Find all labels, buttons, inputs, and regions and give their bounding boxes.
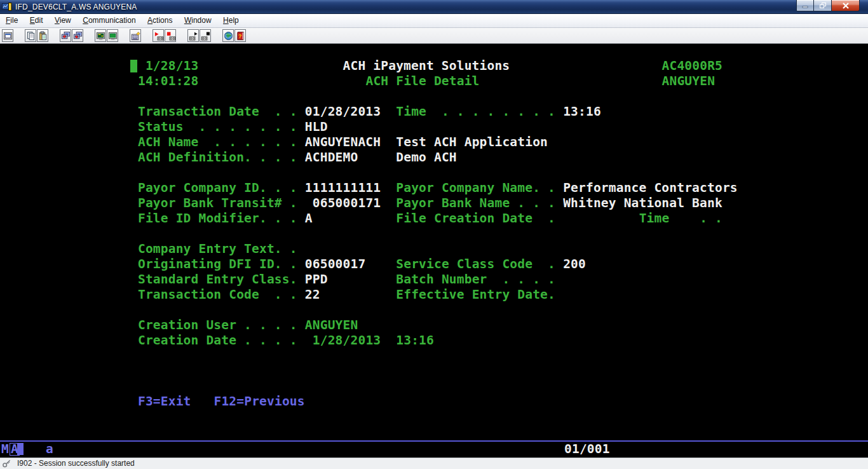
minimize-button[interactable] bbox=[796, 0, 814, 11]
terminal-text: A bbox=[305, 211, 313, 226]
restore-icon bbox=[819, 2, 827, 9]
status-message: I902 - Session successfully started bbox=[17, 458, 135, 469]
terminal-text: Effective Entry Date. bbox=[396, 287, 555, 302]
terminal-screen[interactable]: 1/28/13ACH iPayment SolutionsAC4000R514:… bbox=[0, 44, 868, 458]
window-controls bbox=[796, 0, 860, 11]
emulator-window: IFD_DEV6CLT_A.WS ANGUYENA File Edit View… bbox=[0, 0, 868, 469]
terminal-text: Transaction Code . . bbox=[138, 287, 297, 302]
multiple-sessions-icon bbox=[108, 31, 118, 41]
terminal-text: PPD bbox=[305, 272, 328, 287]
terminal-text: Standard Entry Class. bbox=[138, 272, 297, 287]
help-button[interactable]: ? bbox=[234, 29, 246, 42]
menu-item-edit[interactable]: Edit bbox=[25, 14, 48, 27]
jump-to-session-icon bbox=[3, 31, 13, 41]
receive-file-button[interactable] bbox=[72, 29, 83, 42]
terminal-text: Test ACH Application bbox=[396, 135, 548, 150]
connection-key-icon bbox=[2, 459, 11, 468]
receive-file-icon bbox=[73, 31, 83, 41]
restore-button[interactable] bbox=[814, 0, 832, 11]
terminal-text: Service Class Code . bbox=[396, 257, 555, 272]
send-file-icon bbox=[61, 31, 71, 41]
play-macro-button[interactable] bbox=[187, 29, 199, 42]
keyboard-setup-button[interactable] bbox=[130, 29, 141, 42]
session-app-icon bbox=[2, 2, 12, 12]
terminal-text: 065000171 bbox=[313, 196, 381, 211]
terminal-text: Payor Company ID. . . bbox=[138, 180, 297, 196]
terminal-text: 13:16 bbox=[563, 104, 601, 119]
terminal-text: 22 bbox=[305, 287, 320, 302]
paste-button[interactable] bbox=[37, 29, 48, 42]
toolbar: ? bbox=[0, 28, 868, 44]
menu-item-file[interactable]: File bbox=[1, 14, 22, 27]
terminal-text: Status . . . . . . . bbox=[138, 119, 297, 135]
oia-cursor-position: 01/001 bbox=[564, 442, 610, 456]
menu-item-actions[interactable]: Actions bbox=[143, 14, 177, 27]
stop-macro-button[interactable] bbox=[200, 29, 211, 42]
terminal-text: Originating DFI ID. . bbox=[138, 257, 297, 272]
terminal-text: ACH iPayment Solutions bbox=[343, 58, 510, 74]
display-setup-button[interactable] bbox=[95, 29, 106, 42]
terminal-text: Payor Bank Name . . . bbox=[396, 196, 555, 211]
status-bar: I902 - Session successfully started bbox=[0, 458, 868, 469]
svg-text:?: ? bbox=[238, 32, 241, 39]
display-setup-icon bbox=[96, 31, 105, 41]
terminal-text: ACH File Detail bbox=[365, 74, 479, 89]
terminal-text: 01/28/2013 bbox=[305, 104, 381, 119]
oia-input-block bbox=[17, 443, 24, 455]
web-browser-button[interactable] bbox=[222, 29, 234, 42]
keyboard-setup-icon bbox=[131, 31, 140, 41]
menu-item-help[interactable]: Help bbox=[219, 14, 243, 27]
copy-button[interactable] bbox=[25, 29, 36, 42]
terminal-text: F3=Exit bbox=[138, 394, 191, 409]
terminal-text: File ID Modifier. . . bbox=[138, 211, 297, 226]
stop-macro-icon bbox=[201, 31, 210, 41]
play-macro-icon bbox=[189, 31, 198, 41]
title-bar[interactable]: IFD_DEV6CLT_A.WS ANGUYENA bbox=[0, 0, 868, 14]
record-macro-button[interactable] bbox=[153, 29, 164, 42]
terminal-text: Company Entry Text. . bbox=[138, 241, 297, 257]
terminal-text: HLD bbox=[305, 119, 328, 135]
oia-shift-indicator: a bbox=[46, 442, 53, 456]
close-button[interactable] bbox=[832, 0, 860, 11]
terminal-text: ACH Name . . . . . . bbox=[138, 135, 297, 150]
send-file-button[interactable] bbox=[60, 29, 71, 42]
jump-to-session-button[interactable] bbox=[2, 29, 13, 42]
terminal-text: Time . . bbox=[639, 211, 722, 226]
terminal-text: ANGUYEN bbox=[662, 74, 715, 89]
terminal-text: ANGUYENACH bbox=[305, 135, 381, 150]
terminal-text: 06500017 bbox=[305, 257, 366, 272]
terminal-text: Performance Contractors bbox=[563, 180, 738, 196]
terminal-cursor bbox=[130, 60, 137, 72]
record-macro-icon bbox=[154, 31, 163, 41]
copy-icon bbox=[26, 31, 36, 41]
multiple-sessions-button[interactable] bbox=[107, 29, 118, 42]
stop-recording-icon bbox=[166, 31, 175, 41]
menu-item-communication[interactable]: Communication bbox=[78, 14, 140, 27]
window-title: IFD_DEV6CLT_A.WS ANGUYENA bbox=[15, 0, 137, 14]
terminal-text: 14:01:28 bbox=[138, 74, 199, 89]
minimize-icon bbox=[802, 3, 808, 8]
stop-recording-button[interactable] bbox=[165, 29, 176, 42]
oia-system-indicator: M bbox=[1, 442, 9, 456]
terminal-text: Demo ACH bbox=[396, 150, 457, 165]
terminal-text: AC4000R5 bbox=[662, 58, 723, 74]
terminal-text: File Creation Date . bbox=[396, 211, 555, 226]
terminal-text: 1111111111 bbox=[305, 180, 381, 196]
terminal-text: 1/28/2013 bbox=[313, 333, 381, 348]
terminal-text: Payor Company Name. . bbox=[396, 180, 555, 196]
terminal-text: Transaction Date . . bbox=[138, 104, 297, 119]
terminal-text: Whitney National Bank bbox=[563, 196, 722, 211]
terminal-text: ACH Definition. . . . bbox=[138, 150, 297, 165]
terminal-text: Batch Number . . . . bbox=[396, 272, 555, 287]
terminal-text: Payor Bank Transit# . bbox=[138, 196, 297, 211]
menu-item-window[interactable]: Window bbox=[180, 14, 216, 27]
help-icon: ? bbox=[236, 31, 245, 41]
menu-bar: File Edit View Communication Actions Win… bbox=[0, 14, 868, 28]
terminal-text: Creation Date . . . . bbox=[138, 333, 297, 348]
terminal-text: ANGUYEN bbox=[305, 318, 358, 333]
terminal-text: F12=Previous bbox=[214, 394, 304, 409]
terminal-text: Creation User . . . . bbox=[138, 318, 297, 333]
menu-item-view[interactable]: View bbox=[50, 14, 76, 27]
close-icon bbox=[842, 3, 850, 9]
oia-status-row: M A a 01/001 bbox=[0, 442, 868, 458]
